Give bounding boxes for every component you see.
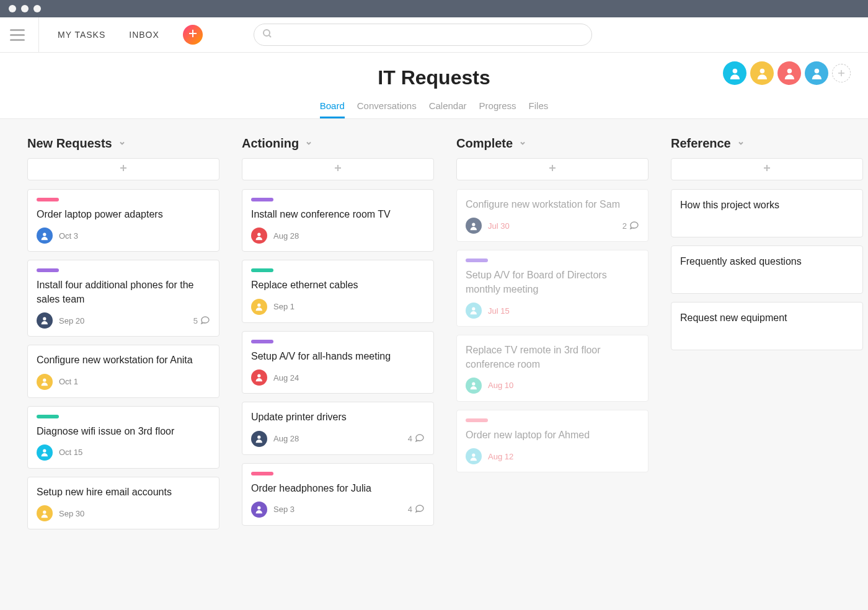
task-title: Install new conference room TV: [251, 208, 425, 221]
my-tasks-link[interactable]: MY TASKS: [58, 30, 105, 40]
task-card[interactable]: Configure new workstation for AnitaOct 1: [27, 345, 219, 397]
comment-indicator[interactable]: 4: [408, 503, 425, 515]
column-title: Actioning: [242, 136, 299, 151]
task-title: Setup new hire email accounts: [37, 485, 210, 499]
create-button[interactable]: [183, 25, 203, 45]
assignee-avatar[interactable]: [37, 228, 53, 244]
task-card[interactable]: Order laptop power adaptersOct 3: [27, 189, 219, 252]
task-card[interactable]: Install new conference room TVAug 28: [242, 189, 434, 252]
search-icon: [262, 29, 272, 41]
assignee-avatar[interactable]: [37, 444, 53, 461]
due-date: Aug 24: [273, 373, 299, 382]
window-dot: [21, 5, 29, 12]
chevron-down-icon: [737, 138, 745, 149]
task-card[interactable]: Setup A/V for all-hands meetingAug 24: [242, 331, 434, 394]
add-member-button[interactable]: [832, 64, 851, 82]
add-card-button[interactable]: [671, 158, 863, 180]
svg-point-21: [257, 374, 260, 378]
menu-button[interactable]: [10, 26, 27, 43]
column-title: New Requests: [27, 136, 112, 151]
task-title: Replace TV remote in 3rd floor conferenc…: [466, 343, 639, 371]
tag-badge: [37, 268, 59, 272]
inbox-link[interactable]: INBOX: [129, 30, 159, 40]
task-card[interactable]: Order headphones for JuliaSep 34: [242, 463, 434, 526]
tab-calendar[interactable]: Calendar: [429, 100, 467, 118]
task-title: Configure new workstation for Anita: [37, 353, 210, 367]
collaborator-avatar[interactable]: [805, 61, 828, 85]
assignee-avatar[interactable]: [37, 505, 53, 521]
search-input[interactable]: [254, 24, 592, 46]
task-card[interactable]: Update printer driversAug 284: [242, 402, 434, 454]
task-card[interactable]: Install four additional phones for the s…: [27, 260, 219, 337]
column-header[interactable]: Actioning: [242, 136, 434, 151]
collaborator-avatar[interactable]: [723, 61, 746, 85]
card-footer: Sep 1: [251, 299, 425, 315]
task-title: Update printer drivers: [251, 410, 425, 424]
chevron-down-icon: [118, 138, 126, 149]
assignee-avatar[interactable]: [251, 369, 267, 386]
assignee-avatar[interactable]: [251, 431, 267, 447]
comment-count: 4: [408, 505, 412, 514]
assignee-avatar[interactable]: [251, 299, 267, 315]
task-card[interactable]: Replace TV remote in 3rd floor conferenc…: [456, 335, 649, 402]
column-header[interactable]: Reference: [671, 136, 863, 151]
window-dot: [33, 5, 41, 12]
add-card-button[interactable]: [242, 158, 434, 180]
svg-point-20: [257, 304, 260, 307]
card-footer: Oct 15: [37, 444, 210, 461]
assignee-avatar[interactable]: [251, 502, 267, 518]
assignee-avatar[interactable]: [466, 378, 482, 394]
separator: [38, 17, 39, 53]
card-footer: Aug 24: [251, 369, 425, 386]
task-card[interactable]: Setup new hire email accountsSep 30: [27, 477, 219, 529]
tab-progress[interactable]: Progress: [479, 100, 516, 118]
collaborator-avatar[interactable]: [777, 61, 801, 85]
task-card[interactable]: Request new equipment: [671, 302, 863, 350]
collaborator-avatar[interactable]: [750, 61, 774, 85]
column-header[interactable]: New Requests: [27, 136, 219, 151]
add-card-button[interactable]: [456, 158, 649, 180]
comment-icon: [200, 315, 210, 327]
card-footer: Aug 10: [466, 378, 639, 394]
tab-board[interactable]: Board: [320, 100, 345, 118]
comment-indicator[interactable]: 2: [622, 220, 639, 232]
assignee-avatar[interactable]: [466, 448, 482, 464]
assignee-avatar[interactable]: [251, 228, 267, 244]
plus-icon: [119, 164, 128, 175]
comment-indicator[interactable]: 4: [408, 433, 425, 444]
chevron-down-icon: [519, 138, 526, 149]
column: CompleteConfigure new workstation for Sa…: [456, 136, 649, 610]
task-title: Replace ethernet cables: [251, 278, 425, 292]
assignee-avatar[interactable]: [37, 312, 53, 329]
assignee-avatar[interactable]: [466, 218, 482, 234]
assignee-avatar[interactable]: [466, 303, 482, 319]
svg-point-2: [264, 30, 270, 36]
svg-point-14: [43, 378, 46, 381]
svg-point-13: [43, 317, 46, 320]
card-footer: Oct 3: [37, 228, 210, 244]
task-card[interactable]: Setup A/V for Board of Directors monthly…: [456, 250, 649, 327]
task-card[interactable]: Frequently asked questions: [671, 245, 863, 294]
task-card[interactable]: Order new laptop for AhmedAug 12: [456, 410, 649, 472]
column-title: Reference: [671, 136, 731, 151]
comment-count: 5: [193, 316, 198, 325]
card-footer: Aug 28: [251, 228, 425, 244]
window-chrome: [0, 0, 868, 17]
tab-conversations[interactable]: Conversations: [357, 100, 417, 118]
task-card[interactable]: How this project works: [671, 189, 863, 237]
add-card-button[interactable]: [27, 158, 219, 180]
task-title: Setup A/V for Board of Directors monthly…: [466, 268, 639, 296]
card-footer: Sep 34: [251, 502, 425, 518]
tab-files[interactable]: Files: [529, 100, 549, 118]
due-date: Oct 1: [59, 377, 78, 386]
comment-indicator[interactable]: 5: [193, 315, 210, 327]
task-card[interactable]: Diagnose wifi issue on 3rd floorOct 15: [27, 406, 219, 469]
tag-badge: [251, 198, 273, 201]
board: New RequestsOrder laptop power adaptersO…: [0, 119, 868, 610]
column-header[interactable]: Complete: [456, 136, 649, 151]
assignee-avatar[interactable]: [37, 374, 53, 390]
svg-point-27: [472, 307, 475, 311]
task-card[interactable]: Configure new workstation for SamJul 302: [456, 189, 649, 242]
task-card[interactable]: Replace ethernet cablesSep 1: [242, 260, 434, 322]
svg-point-5: [760, 68, 764, 73]
